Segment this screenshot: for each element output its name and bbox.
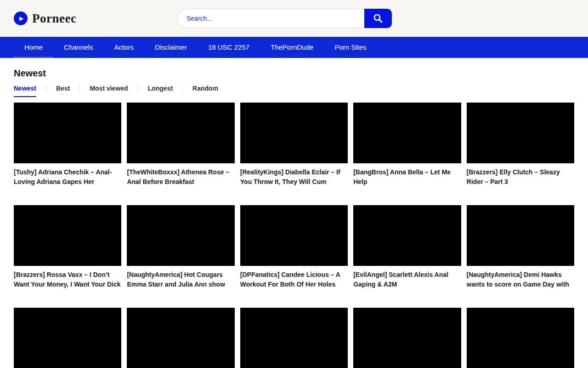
- main-nav: HomeChannelsActorsDisclaimer18 USC 2257T…: [0, 37, 588, 58]
- video-thumbnail[interactable]: [467, 205, 574, 266]
- video-thumbnail[interactable]: [127, 205, 234, 266]
- video-thumbnail[interactable]: [353, 308, 461, 368]
- video-thumbnail[interactable]: [240, 308, 348, 368]
- video-thumbnail[interactable]: [14, 308, 121, 368]
- video-card: [NaughtyAmerica] Demi Hawks wants to sco…: [467, 205, 574, 289]
- tab-divider: [46, 85, 46, 92]
- video-thumbnail[interactable]: [353, 205, 461, 266]
- video-card: [Brazzers] Rossa Vaxx – I Don’t Want You…: [14, 205, 121, 289]
- tab-best[interactable]: Best: [56, 85, 70, 96]
- nav-item-channels[interactable]: Channels: [53, 37, 103, 58]
- video-card: [14, 308, 121, 368]
- main-nav-items: HomeChannelsActorsDisclaimer18 USC 2257T…: [14, 37, 377, 58]
- nav-item-porn-sites[interactable]: Porn Sites: [324, 37, 377, 58]
- video-card: [TheWhiteBoxxx] Athenea Rose – Anal Befo…: [127, 103, 234, 187]
- tab-most-viewed[interactable]: Most viewed: [90, 85, 128, 96]
- nav-item-actors[interactable]: Actors: [103, 37, 144, 58]
- nav-item-disclaimer[interactable]: Disclaimer: [144, 37, 198, 58]
- video-title[interactable]: [Brazzers] Elly Clutch – Sleazy Rider – …: [467, 167, 574, 187]
- main-content: Newest NewestBestMost viewedLongestRando…: [0, 68, 588, 368]
- video-thumbnail[interactable]: [240, 103, 348, 163]
- tab-divider: [79, 85, 80, 92]
- search-input[interactable]: [177, 9, 364, 28]
- video-thumbnail[interactable]: [127, 308, 234, 368]
- video-thumbnail[interactable]: [467, 103, 574, 163]
- nav-item-18-usc-2257[interactable]: 18 USC 2257: [198, 37, 260, 58]
- search-icon: [373, 13, 383, 23]
- video-title[interactable]: [Tushy] Adriana Chechik – Anal-Loving Ad…: [14, 167, 121, 187]
- brand-name: Porneec: [32, 12, 76, 26]
- video-card: [127, 308, 234, 368]
- tab-longest[interactable]: Longest: [148, 85, 173, 96]
- search-form: [177, 9, 392, 28]
- video-card: [353, 308, 461, 368]
- nav-item-home[interactable]: Home: [14, 37, 53, 58]
- video-card: [Brazzers] Elly Clutch – Sleazy Rider – …: [467, 103, 574, 187]
- video-title[interactable]: [NaughtyAmerica] Hot Cougars Emma Starr …: [127, 270, 234, 289]
- tab-divider: [138, 85, 138, 92]
- video-thumbnail[interactable]: [14, 205, 121, 266]
- video-thumbnail[interactable]: [240, 205, 348, 266]
- search-button[interactable]: [364, 9, 392, 28]
- video-card: [NaughtyAmerica] Hot Cougars Emma Starr …: [127, 205, 234, 289]
- video-card: [Tushy] Adriana Chechik – Anal-Loving Ad…: [14, 103, 121, 187]
- video-card: [BangBros] Anna Bella – Let Me Help: [353, 103, 461, 187]
- sort-tabs: NewestBestMost viewedLongestRandom: [14, 85, 574, 97]
- video-card: [RealityKings] Diabella Eclair – If You …: [240, 103, 348, 187]
- video-title[interactable]: [NaughtyAmerica] Demi Hawks wants to sco…: [467, 270, 574, 289]
- video-thumbnail[interactable]: [127, 103, 234, 163]
- video-title[interactable]: [DPFanatics] Candee Licious – A Workout …: [240, 270, 348, 289]
- video-card: [EvilAngel] Scarlett Alexis Anal Gaping …: [353, 205, 461, 289]
- video-thumbnail[interactable]: [467, 308, 574, 368]
- page-title: Newest: [14, 68, 574, 78]
- site-header: ▶ Porneec: [0, 0, 588, 37]
- video-card: [DPFanatics] Candee Licious – A Workout …: [240, 205, 348, 289]
- video-title[interactable]: [RealityKings] Diabella Eclair – If You …: [240, 167, 348, 187]
- video-card: [467, 308, 574, 368]
- video-title[interactable]: [BangBros] Anna Bella – Let Me Help: [353, 167, 461, 187]
- video-grid: [Tushy] Adriana Chechik – Anal-Loving Ad…: [14, 103, 574, 368]
- tab-divider: [182, 85, 183, 92]
- video-card: [240, 308, 348, 368]
- nav-item-theporndude[interactable]: ThePornDude: [260, 37, 324, 58]
- tab-newest[interactable]: Newest: [14, 85, 36, 97]
- play-icon: ▶: [14, 12, 28, 25]
- video-thumbnail[interactable]: [353, 103, 461, 163]
- video-title[interactable]: [Brazzers] Rossa Vaxx – I Don’t Want You…: [14, 270, 121, 289]
- video-thumbnail[interactable]: [14, 103, 121, 163]
- logo[interactable]: ▶ Porneec: [14, 12, 76, 26]
- video-title[interactable]: [EvilAngel] Scarlett Alexis Anal Gaping …: [353, 270, 461, 289]
- video-title[interactable]: [TheWhiteBoxxx] Athenea Rose – Anal Befo…: [127, 167, 234, 187]
- tab-random[interactable]: Random: [192, 85, 218, 96]
